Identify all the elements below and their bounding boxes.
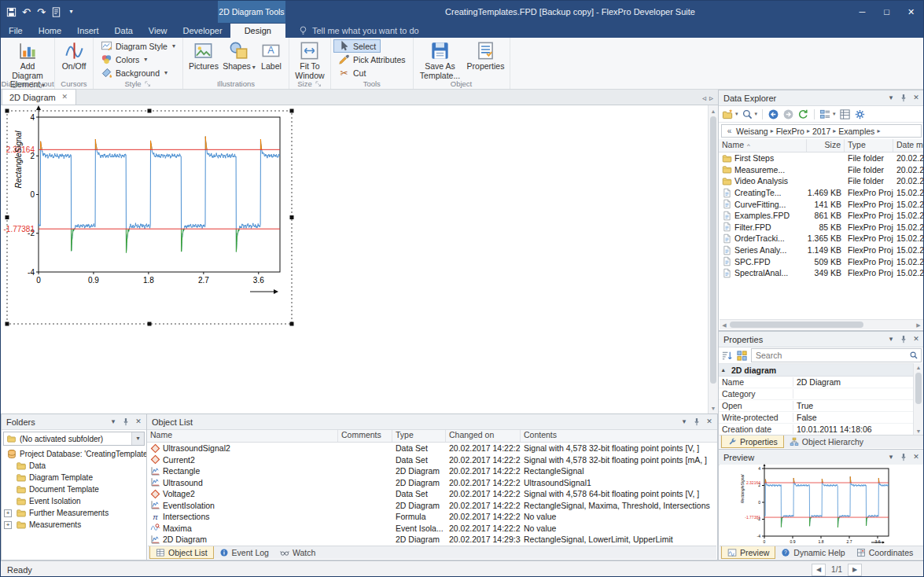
scroll-up-icon[interactable]: ▲ (914, 363, 923, 372)
object-list-row[interactable]: 2D Diagram 2D Diagram 20.02.2017 14:29:3… (147, 534, 717, 546)
file-row[interactable]: OrderTracki... 1.365 KB FlexPro Projekt.… (719, 233, 924, 244)
file-row[interactable]: SPC.FPD 509 KB FlexPro Projekt... 15.02.… (719, 255, 924, 267)
document-tab-2d-diagram[interactable]: 2D Diagram ✕ (2, 89, 76, 105)
properties-search[interactable] (751, 348, 922, 362)
search-icon[interactable] (742, 108, 753, 120)
object-list-row[interactable]: Ultrasound 2D Diagram 20.02.2017 14:22:2… (147, 477, 717, 489)
column-header-name[interactable]: Name (147, 430, 338, 442)
undo-icon[interactable]: ↶ (20, 6, 32, 18)
panel-tab[interactable]: Properties (721, 436, 784, 448)
label-button[interactable]: A Label (256, 39, 286, 80)
column-header-date-modified[interactable]: Date mo (893, 139, 924, 152)
file-row[interactable]: Examples.FPD 861 KB FlexPro Projekt... 1… (719, 210, 924, 222)
panel-tab[interactable]: Watch (274, 546, 321, 559)
panel-close-icon[interactable]: ✕ (911, 335, 921, 344)
pin-icon[interactable] (899, 453, 908, 462)
object-list-row[interactable]: Voltage2 Data Set 20.02.2017 14:22:21 Si… (147, 488, 717, 500)
collapse-chevrons-icon[interactable]: « (725, 127, 734, 135)
column-header-changed-on[interactable]: Changed on (446, 430, 521, 442)
column-header-contents[interactable]: Contents (521, 430, 717, 442)
ribbon-tab[interactable]: Developer (175, 24, 230, 38)
file-row[interactable]: Measureme... File folder 20.02.20 (719, 164, 924, 176)
scrollbar-thumb[interactable] (730, 322, 863, 328)
scroll-tabs-right-icon[interactable]: ▹ (709, 94, 713, 102)
property-row[interactable]: Write-protected False (719, 412, 914, 424)
object-list-row[interactable]: Maxima Event Isola... 20.02.2017 14:22:2… (147, 523, 717, 535)
properties-button[interactable]: Properties (465, 39, 507, 80)
chevron-down-icon[interactable]: ▾ (136, 436, 139, 442)
pin-icon[interactable] (121, 417, 131, 427)
scroll-down-icon[interactable]: ▼ (709, 403, 718, 413)
report-icon[interactable] (839, 108, 851, 120)
panel-tab[interactable]: Object Hierarchy (784, 436, 869, 448)
folder-tree-item[interactable]: Further Measurements (2, 507, 146, 519)
dialog-launcher-icon[interactable] (144, 80, 152, 88)
file-row[interactable]: SpectralAnal... 349 KB FlexPro Projekt..… (719, 267, 924, 279)
scroll-tabs-left-icon[interactable]: ◃ (702, 94, 706, 102)
object-list-row[interactable]: UltrasoundSignal2 Data Set 20.02.2017 14… (147, 443, 717, 454)
panel-tab[interactable]: Preview (721, 546, 775, 559)
object-list-row[interactable]: Current2 Data Set 20.02.2017 14:22:21 Si… (147, 454, 717, 466)
ribbon-tab[interactable]: Design (230, 24, 285, 38)
property-row[interactable]: Category (719, 388, 914, 400)
panel-menu-icon[interactable]: ▾ (886, 94, 896, 103)
expand-icon[interactable] (4, 461, 13, 470)
categorized-icon[interactable] (736, 350, 748, 362)
column-header-type[interactable]: Type (392, 430, 446, 442)
folder-tree-item[interactable]: Project Database: 'CreatingTemplates' (2, 448, 146, 460)
fit-to-window-button[interactable]: Fit To Window (292, 39, 328, 80)
file-row[interactable]: First Steps File folder 20.02.20 (719, 153, 924, 164)
properties-scrollbar[interactable]: ▲ ▼ (913, 363, 923, 436)
scroll-right-icon[interactable]: ▶ (914, 322, 923, 328)
sort-alphabetical-icon[interactable] (721, 350, 733, 362)
collapse-section-icon[interactable]: ▴ (722, 367, 728, 373)
settings-gear-icon[interactable] (854, 108, 866, 120)
expand-icon[interactable] (4, 473, 13, 482)
canvas-vertical-scrollbar[interactable]: ▲ ▼ (708, 105, 718, 413)
file-row[interactable]: Filter.FPD 85 KB FlexPro Projekt... 15.0… (719, 222, 924, 233)
property-row[interactable]: Open True (719, 400, 914, 412)
cut-button[interactable]: ✂ Cut (333, 66, 370, 79)
expand-icon[interactable] (4, 485, 13, 494)
close-button[interactable]: ✕ (899, 1, 923, 23)
scrollbar-thumb[interactable] (915, 373, 922, 404)
previous-page-icon[interactable]: ◀ (812, 564, 826, 576)
panel-menu-icon[interactable]: ▾ (679, 417, 689, 427)
breadcrumb-item[interactable]: FlexPro ▸ (776, 127, 810, 136)
shapes-button[interactable]: Shapes▾ (222, 39, 256, 80)
expand-icon[interactable] (4, 497, 13, 505)
active-folder-combo[interactable]: (No activated subfolder) ▾ (3, 432, 145, 446)
minimize-button[interactable]: ─ (850, 1, 874, 23)
property-row[interactable]: Creation date 10.01.2011 14:18:06 (719, 424, 914, 436)
folder-tree-item[interactable]: Data (2, 460, 146, 472)
new-item-icon[interactable] (722, 108, 734, 120)
background-button[interactable]: Background ▾ (96, 66, 172, 79)
save-as-template-button[interactable]: Save As Template... (416, 39, 465, 80)
panel-tab[interactable]: ? Dynamic Help (775, 546, 850, 559)
scroll-up-icon[interactable]: ▲ (709, 106, 718, 116)
customize-qat-icon[interactable]: ▾ (65, 6, 77, 18)
breadcrumb-item[interactable]: Examples ▸ (838, 127, 880, 136)
properties-search-input[interactable] (754, 350, 909, 361)
panel-close-icon[interactable]: ✕ (705, 417, 714, 427)
folder-tree-item[interactable]: Measurements (2, 519, 146, 531)
pin-icon[interactable] (692, 417, 701, 427)
redo-icon[interactable]: ↷ (35, 6, 47, 18)
pin-icon[interactable] (899, 94, 908, 103)
breadcrumb[interactable]: « Weisang ▸ FlexPro ▸ 2017 ▸ Examples ▸ (721, 124, 922, 138)
scroll-left-icon[interactable]: ◀ (720, 322, 729, 328)
column-header-size[interactable]: Size (807, 139, 845, 152)
panel-close-icon[interactable]: ✕ (134, 417, 143, 427)
cursors-on-off-button[interactable]: On/Off (57, 39, 90, 80)
pictures-button[interactable]: Pictures (186, 39, 222, 80)
refresh-icon[interactable] (797, 108, 809, 120)
expand-icon[interactable] (4, 509, 13, 517)
diagram-style-button[interactable]: Diagram Style ▾ (96, 39, 180, 53)
panel-tab[interactable]: Object List (149, 546, 214, 559)
panel-tab[interactable]: Coordinates (851, 546, 919, 559)
next-page-icon[interactable]: ▶ (848, 564, 862, 576)
object-list-row[interactable]: Rectangle 2D Diagram 20.02.2017 14:22:21… (147, 465, 717, 477)
column-header-type[interactable]: Type (845, 139, 893, 152)
scrollbar-thumb[interactable] (710, 116, 716, 384)
views-icon[interactable] (819, 108, 831, 120)
